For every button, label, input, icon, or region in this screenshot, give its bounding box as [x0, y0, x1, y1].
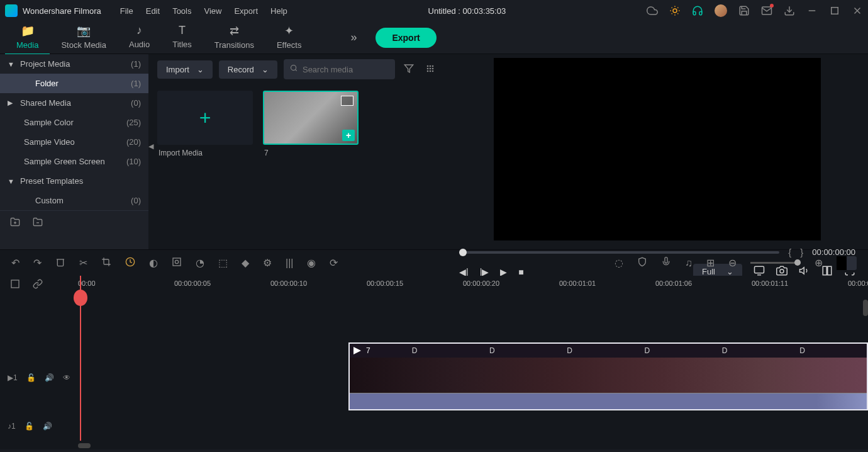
svg-point-9 — [291, 65, 296, 71]
media-clip-7[interactable]: + 7 — [263, 91, 359, 157]
close-icon[interactable] — [852, 5, 863, 16]
mark-in-icon[interactable]: { — [788, 247, 791, 257]
search-media-box[interactable] — [284, 59, 395, 79]
sidebar-item-sample-video[interactable]: Sample Video(20) — [0, 132, 148, 152]
plus-icon: + — [199, 106, 211, 130]
voiceover-icon[interactable] — [661, 257, 671, 269]
tab-audio[interactable]: ♪Audio — [118, 20, 161, 55]
sidebar-item-project-media[interactable]: ▼Project Media(1) — [0, 54, 148, 74]
new-folder-icon[interactable] — [10, 216, 20, 228]
sidebar-item-preset-templates[interactable]: ▼Preset Templates — [0, 171, 148, 191]
export-button[interactable]: Export — [376, 28, 436, 48]
svg-marker-11 — [404, 65, 413, 72]
silence-detection-icon[interactable]: ◌ — [615, 257, 623, 269]
delete-folder-icon[interactable] — [33, 216, 43, 228]
split-icon[interactable]: ✂ — [79, 257, 87, 269]
sidebar-item-sample-green[interactable]: Sample Green Screen(10) — [0, 152, 148, 171]
scrubber-knob[interactable] — [459, 249, 467, 256]
maximize-icon[interactable] — [829, 5, 840, 16]
sidebar-item-sample-color[interactable]: Sample Color(25) — [0, 113, 148, 132]
svg-rect-30 — [11, 280, 19, 288]
download-icon[interactable] — [784, 5, 795, 16]
sidebar-item-shared-media[interactable]: ▶Shared Media(0) — [0, 93, 148, 113]
mask-icon[interactable]: ◔ — [196, 257, 204, 269]
svg-rect-26 — [828, 266, 832, 275]
record-dropdown[interactable]: Record⌄ — [219, 60, 277, 79]
timeline-snap-icon[interactable] — [10, 279, 20, 291]
lock-icon[interactable]: 🔓 — [25, 422, 34, 431]
svg-point-16 — [430, 67, 431, 69]
redo-icon[interactable]: ↷ — [33, 257, 42, 269]
crop-icon[interactable] — [101, 257, 111, 269]
app-name: Wondershare Filmora — [23, 6, 101, 16]
lock-icon[interactable]: 🔓 — [26, 373, 36, 382]
menu-export[interactable]: Export — [234, 6, 258, 16]
visibility-icon[interactable]: 👁 — [63, 373, 70, 382]
playhead[interactable] — [80, 276, 81, 441]
tab-effects[interactable]: ✦Effects — [265, 20, 313, 54]
save-icon[interactable] — [738, 5, 750, 16]
tab-stock-media[interactable]: 📷Stock Media — [50, 20, 118, 55]
sidebar-item-custom[interactable]: Custom(0) — [0, 191, 148, 210]
filter-icon[interactable] — [401, 64, 416, 76]
user-avatar[interactable] — [715, 4, 727, 17]
folder-icon: 📁 — [21, 24, 35, 38]
add-track-icon[interactable]: ⊞ — [706, 257, 715, 269]
timeline-ruler[interactable]: 00:0000:00:00:0500:00:00:1000:00:00:1500… — [78, 276, 868, 293]
main-tabs: 📁Media 📷Stock Media ♪Audio TTitles ⇄Tran… — [0, 21, 868, 54]
timeline-clip-7[interactable]: 7 D D D D D D — [348, 342, 868, 410]
grid-view-icon[interactable] — [423, 64, 438, 76]
zoom-out-icon[interactable]: ⊖ — [728, 257, 737, 269]
menu-file[interactable]: File — [120, 6, 133, 16]
timeline-link-icon[interactable] — [33, 279, 43, 291]
minimize-icon[interactable] — [806, 5, 818, 16]
sun-icon[interactable] — [669, 5, 681, 16]
tab-media[interactable]: 📁Media — [5, 20, 50, 55]
mute-icon[interactable]: 🔊 — [43, 422, 52, 431]
green-screen-icon[interactable] — [172, 257, 182, 269]
playhead-marker-icon[interactable] — [74, 290, 87, 306]
main-panel: ▼Project Media(1) Folder(1) ▶Shared Medi… — [0, 54, 868, 249]
timeline-view-toggle[interactable] — [837, 256, 857, 270]
sidebar-item-folder[interactable]: Folder(1) — [0, 74, 148, 93]
mark-out-icon[interactable]: } — [800, 247, 803, 257]
expand-tabs-icon[interactable]: » — [350, 31, 357, 44]
project-title: Untitled : 00:03:35:03 — [287, 6, 647, 16]
tab-transitions[interactable]: ⇄Transitions — [203, 20, 265, 55]
speed-icon[interactable] — [125, 257, 135, 269]
menu-edit[interactable]: Edit — [146, 6, 160, 16]
audio-mixer-icon[interactable]: ♫ — [685, 257, 693, 269]
delete-icon[interactable] — [55, 257, 65, 269]
svg-point-14 — [432, 65, 434, 67]
render-icon[interactable]: ⟳ — [330, 257, 338, 269]
color-icon[interactable]: ◐ — [149, 257, 158, 269]
menu-help[interactable]: Help — [270, 6, 287, 16]
svg-rect-3 — [832, 8, 838, 14]
undo-icon[interactable]: ↶ — [11, 257, 19, 269]
horizontal-scrollbar[interactable] — [78, 443, 91, 448]
motion-tracking-icon[interactable]: ◆ — [242, 257, 249, 269]
headset-icon[interactable] — [692, 5, 703, 16]
import-media-tile[interactable]: + Import Media — [157, 91, 253, 157]
import-dropdown[interactable]: Import⌄ — [157, 60, 213, 79]
audio-adjust-icon[interactable]: ||| — [286, 257, 293, 269]
menu-tools[interactable]: Tools — [172, 6, 191, 16]
zoom-in-icon[interactable]: ⊕ — [815, 257, 823, 269]
keyframe-icon[interactable]: ⬚ — [218, 257, 228, 269]
preview-scrubber[interactable] — [459, 251, 779, 254]
zoom-slider[interactable] — [750, 262, 801, 264]
audio-sync-icon[interactable]: ◉ — [307, 257, 316, 269]
marker-icon[interactable] — [637, 257, 647, 269]
adjust-icon[interactable]: ⚙ — [263, 257, 272, 269]
add-to-timeline-icon[interactable]: + — [342, 130, 355, 141]
collapse-panel-icon[interactable]: ◀ — [148, 142, 153, 150]
cloud-icon[interactable] — [647, 5, 658, 16]
mute-icon[interactable]: 🔊 — [45, 373, 54, 382]
mail-icon[interactable] — [761, 5, 772, 16]
search-input[interactable] — [303, 65, 389, 74]
clip-waveform — [350, 393, 867, 410]
vertical-scrollbar[interactable] — [863, 300, 868, 316]
menu-view[interactable]: View — [204, 6, 221, 16]
svg-point-20 — [432, 70, 434, 72]
tab-titles[interactable]: TTitles — [161, 20, 203, 55]
